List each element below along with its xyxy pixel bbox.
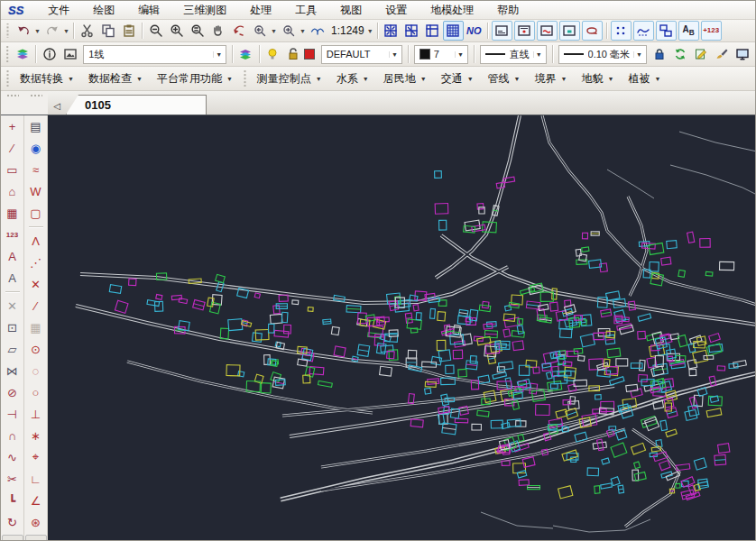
zoom-extents-icon[interactable] (381, 21, 401, 41)
polyline-nodes-icon[interactable]: Λ (25, 230, 47, 252)
feature-menu-平台常用功能[interactable]: 平台常用功能▼ (150, 69, 240, 88)
erase-x-icon[interactable]: ✕ (2, 295, 23, 316)
feature-menu-境界[interactable]: 境界▼ (528, 69, 575, 88)
pipe-elbow-icon[interactable]: ┗ (2, 490, 23, 511)
draw-block-icon[interactable]: ▦ (2, 202, 23, 224)
feature-menu-交通[interactable]: 交通▼ (434, 69, 481, 88)
feature-menu-数据转换[interactable]: 数据转换▼ (13, 69, 81, 88)
select-rect-icon[interactable]: ▢ (25, 202, 47, 224)
menu-item-3[interactable]: 编辑 (126, 1, 171, 20)
dimension-123-icon[interactable]: 123 (2, 224, 23, 245)
menu-item-7[interactable]: 视图 (328, 1, 373, 20)
cross-nodes-icon[interactable]: ✕ (25, 273, 47, 295)
monitor-icon[interactable] (733, 44, 753, 64)
draw-point-icon[interactable]: + (2, 115, 23, 137)
grid-survey-icon[interactable]: ▦ (25, 316, 47, 338)
lineweight-select[interactable]: 0.10 毫米▼ (558, 45, 647, 64)
drawing-canvas[interactable] (1, 115, 756, 541)
menu-item-9[interactable]: 地模处理 (419, 1, 485, 20)
edit-note-icon[interactable] (691, 44, 712, 64)
clip-scissors-icon[interactable]: ✂ (2, 468, 23, 490)
redo-dropdown-icon[interactable]: ▼ (62, 22, 70, 40)
current-color-chip[interactable] (304, 49, 315, 60)
pane-window-icon[interactable] (422, 21, 443, 41)
menu-item-2[interactable]: 绘图 (81, 1, 126, 20)
view-next-icon[interactable] (278, 21, 299, 41)
circle-center-icon[interactable]: ⊙ (25, 338, 47, 360)
color-select[interactable]: 7▼ (414, 45, 468, 64)
menu-item-8[interactable]: 设置 (373, 1, 419, 20)
number-annotate-icon[interactable]: +123 (701, 21, 722, 41)
zoom-out-icon[interactable] (145, 21, 166, 41)
feature-menu-数据检查[interactable]: 数据检查▼ (81, 69, 150, 88)
map-frame-point-icon[interactable] (514, 21, 535, 41)
target-gear-icon[interactable]: ⊛ (25, 511, 47, 533)
selection-loop-icon[interactable] (582, 21, 603, 41)
copy-block-icon[interactable]: ▱ (2, 338, 23, 360)
view-previous-icon[interactable] (249, 21, 270, 41)
break-line-icon[interactable]: ⊘ (2, 381, 23, 403)
layer-on-bulb-icon[interactable] (263, 44, 283, 64)
feature-menu-地貌[interactable]: 地貌▼ (574, 69, 621, 88)
feature-menu-植被[interactable]: 植被▼ (621, 69, 668, 88)
menu-item-1[interactable]: 文件 (36, 1, 81, 20)
text-style-icon[interactable]: A (2, 267, 23, 289)
layers-stack-icon[interactable] (235, 44, 256, 64)
redo-icon[interactable] (41, 21, 62, 41)
lock-blue-icon[interactable] (650, 44, 670, 64)
perpendicular-icon[interactable]: ⊥ (25, 403, 47, 425)
text-a-icon[interactable]: A (2, 245, 23, 267)
object-info-icon[interactable] (39, 44, 60, 64)
feature-menu-管线[interactable]: 管线▼ (481, 69, 528, 88)
fillet-arc-icon[interactable]: ∩ (2, 425, 23, 446)
image-display-icon[interactable] (60, 44, 80, 64)
toolbar-grip[interactable] (5, 23, 10, 39)
feature-menu-水系[interactable]: 水系▼ (329, 69, 376, 88)
menu-item-10[interactable]: 帮助 (485, 1, 530, 20)
menu-item-6[interactable]: 工具 (283, 1, 328, 20)
segment-points-icon[interactable]: ∕ (25, 295, 47, 316)
axis-point-icon[interactable]: ∟ (25, 468, 47, 490)
layout-blocks-icon[interactable] (656, 21, 677, 41)
refresh-icon[interactable] (670, 44, 691, 64)
layer-manager-icon[interactable] (12, 44, 32, 64)
zigzag-line-icon[interactable]: ∿ (2, 446, 23, 468)
drawing-tab-0105[interactable]: 0105 (66, 95, 207, 115)
scale-value[interactable]: 1:1249 (331, 24, 364, 37)
toolbar-overflow-icon[interactable]: ▸ (2, 535, 23, 541)
map-frame-manager-icon[interactable] (492, 21, 512, 41)
cut-icon[interactable] (77, 21, 97, 41)
copy-icon[interactable] (97, 21, 118, 41)
draw-rectangle-icon[interactable]: ▭ (2, 159, 23, 180)
no-draw-order-icon[interactable]: NO (464, 21, 484, 41)
lasso-circle-icon[interactable]: ○ (25, 381, 47, 403)
menu-item-4[interactable]: 三维测图 (171, 1, 238, 20)
text-ab-icon[interactable]: AB (678, 21, 699, 41)
profile-line-icon[interactable] (633, 21, 654, 41)
undo-dropdown-icon[interactable]: ▼ (33, 22, 41, 40)
toolbar-grip[interactable] (243, 70, 247, 87)
point-cross-icon[interactable]: ⌖ (25, 446, 47, 468)
dashed-circle-icon[interactable]: ◌ (25, 360, 47, 381)
edit-toolbar-grip[interactable] (24, 91, 48, 115)
scale-dropdown-icon[interactable]: ▼ (366, 22, 374, 40)
pan-hand-icon[interactable] (207, 21, 228, 41)
paste-icon[interactable] (118, 21, 139, 41)
rotate-123-icon[interactable]: ↻ (2, 511, 23, 533)
map-frame-area-icon[interactable] (559, 21, 580, 41)
draw-line-icon[interactable]: ∕ (2, 137, 23, 159)
zoom-in-icon[interactable] (166, 21, 187, 41)
map-frame-annotate-icon[interactable] (537, 21, 558, 41)
feature-menu-测量控制点[interactable]: 测量控制点▼ (250, 69, 329, 88)
zoom-window-icon[interactable] (187, 21, 207, 41)
move-block-icon[interactable]: ⊡ (2, 316, 23, 338)
toolbar-grip[interactable] (5, 70, 10, 87)
view-color-icon[interactable]: ◉ (25, 137, 47, 159)
tab-nav-left-icon[interactable]: ◁ (48, 96, 66, 115)
draw-toolbar-grip[interactable] (1, 91, 24, 115)
layer-select[interactable]: 1线▼ (83, 45, 226, 64)
toolbar-grip[interactable] (5, 46, 9, 62)
draw-polygon-icon[interactable]: ⌂ (2, 180, 23, 202)
fine-grid-icon[interactable] (443, 21, 464, 41)
view-next-dropdown-icon[interactable]: ▼ (299, 22, 307, 40)
